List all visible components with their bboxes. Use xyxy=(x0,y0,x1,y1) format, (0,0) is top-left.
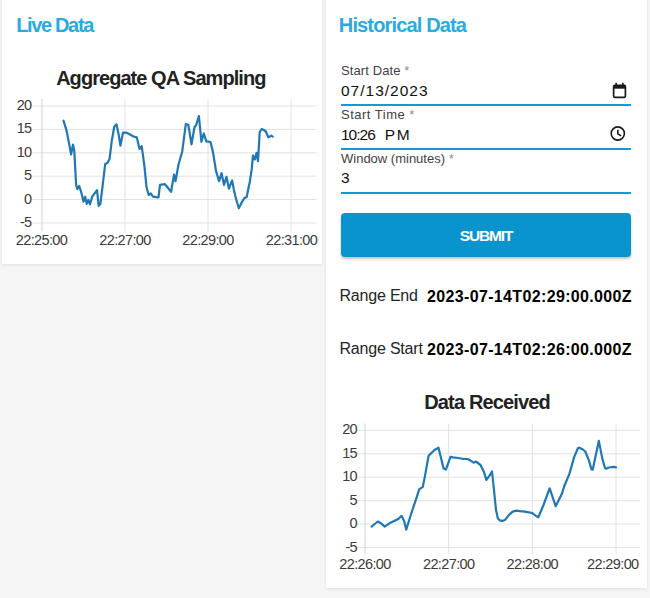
svg-text:22:26:00: 22:26:00 xyxy=(339,556,391,572)
svg-text:10: 10 xyxy=(342,468,357,484)
svg-text:22:27:00: 22:27:00 xyxy=(99,232,151,248)
svg-text:22:28:00: 22:28:00 xyxy=(506,556,558,572)
svg-text:Aggregate QA Sampling: Aggregate QA Sampling xyxy=(56,67,265,89)
svg-text:5: 5 xyxy=(24,167,32,183)
svg-text:0: 0 xyxy=(349,515,357,531)
svg-text:20: 20 xyxy=(342,421,357,437)
svg-text:22:29:00: 22:29:00 xyxy=(587,556,639,572)
svg-text:-5: -5 xyxy=(20,214,32,230)
svg-text:20: 20 xyxy=(17,97,32,113)
svg-text:-5: -5 xyxy=(345,539,357,555)
svg-text:22:31:00: 22:31:00 xyxy=(266,232,318,248)
svg-text:22:29:00: 22:29:00 xyxy=(182,232,234,248)
svg-text:0: 0 xyxy=(24,191,32,207)
svg-text:10: 10 xyxy=(17,144,32,160)
svg-text:15: 15 xyxy=(342,445,357,461)
svg-text:22:25:00: 22:25:00 xyxy=(16,232,68,248)
svg-text:Data Received: Data Received xyxy=(424,391,550,413)
svg-text:22:27:00: 22:27:00 xyxy=(422,556,474,572)
svg-text:15: 15 xyxy=(17,120,32,136)
svg-text:5: 5 xyxy=(349,492,357,508)
